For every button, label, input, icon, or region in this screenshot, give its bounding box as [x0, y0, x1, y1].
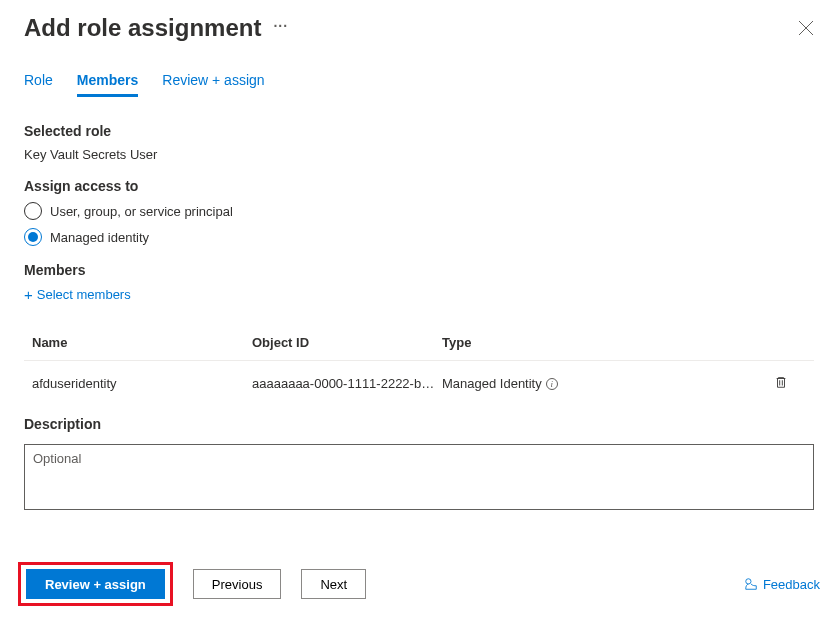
- selected-role-label: Selected role: [24, 123, 814, 139]
- col-name: Name: [32, 335, 252, 350]
- plus-icon: +: [24, 286, 33, 303]
- selected-role-value: Key Vault Secrets User: [24, 147, 814, 162]
- radio-icon: [24, 228, 42, 246]
- next-button[interactable]: Next: [301, 569, 366, 599]
- close-icon[interactable]: [798, 20, 814, 36]
- feedback-text: Feedback: [763, 577, 820, 592]
- highlight-box: Review + assign: [18, 562, 173, 606]
- cell-object-id: aaaaaaaa-0000-1111-2222-bb…: [252, 376, 442, 391]
- overflow-menu-icon[interactable]: ···: [273, 18, 288, 38]
- description-input[interactable]: [24, 444, 814, 510]
- table-row: afduseridentity aaaaaaaa-0000-1111-2222-…: [24, 361, 814, 406]
- radio-user-group[interactable]: User, group, or service principal: [24, 202, 814, 220]
- radio-managed-identity[interactable]: Managed identity: [24, 228, 814, 246]
- cell-type: Managed Identity: [442, 376, 542, 391]
- table-header: Name Object ID Type: [24, 327, 814, 361]
- feedback-icon: [744, 577, 758, 591]
- col-type: Type: [442, 335, 774, 350]
- select-members-text: Select members: [37, 287, 131, 302]
- svg-point-0: [746, 579, 751, 584]
- members-label: Members: [24, 262, 814, 278]
- col-object-id: Object ID: [252, 335, 442, 350]
- feedback-link[interactable]: Feedback: [744, 577, 820, 592]
- tab-members[interactable]: Members: [77, 72, 138, 97]
- cell-name: afduseridentity: [32, 376, 252, 391]
- info-icon[interactable]: i: [546, 378, 558, 390]
- radio-user-group-label: User, group, or service principal: [50, 204, 233, 219]
- review-assign-button[interactable]: Review + assign: [26, 569, 165, 599]
- radio-icon: [24, 202, 42, 220]
- tab-review[interactable]: Review + assign: [162, 72, 264, 97]
- description-label: Description: [24, 416, 814, 432]
- assign-access-label: Assign access to: [24, 178, 814, 194]
- tab-role[interactable]: Role: [24, 72, 53, 97]
- page-title: Add role assignment: [24, 14, 261, 42]
- previous-button[interactable]: Previous: [193, 569, 282, 599]
- select-members-link[interactable]: + Select members: [24, 286, 814, 303]
- delete-icon[interactable]: [774, 375, 814, 392]
- radio-managed-identity-label: Managed identity: [50, 230, 149, 245]
